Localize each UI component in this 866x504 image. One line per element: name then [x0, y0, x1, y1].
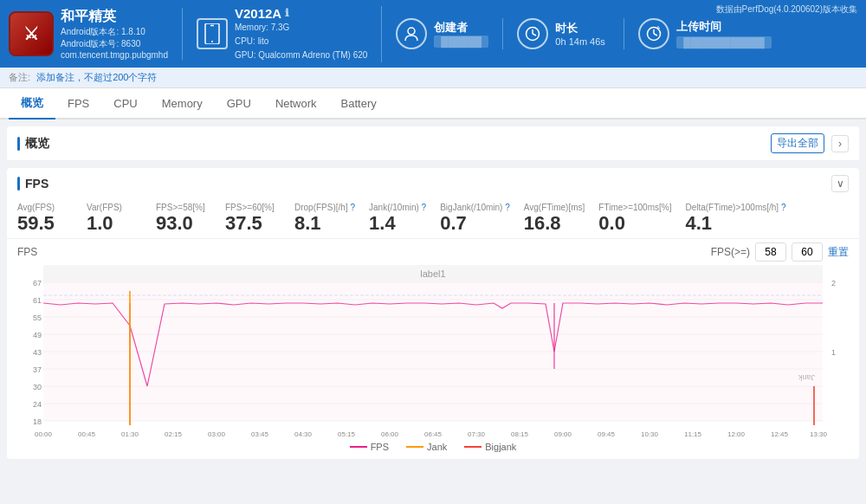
stat-delta-ftime-label: Delta(FTime)>100ms[/h] ? [685, 203, 785, 212]
svg-line-9 [654, 34, 657, 36]
reset-button[interactable]: 重置 [828, 245, 849, 260]
stat-var-fps-value: 1.0 [87, 212, 113, 235]
stat-avg-ftime: Avg(FTime)[ms] 16.8 [524, 203, 599, 235]
svg-text:06:45: 06:45 [424, 430, 443, 438]
svg-text:13:30: 13:30 [810, 430, 828, 438]
overview-collapse-button[interactable]: › [831, 135, 849, 152]
stat-delta-ftime-value: 4.1 [685, 212, 712, 235]
app-icon-text: ⚔ [23, 23, 39, 44]
overview-title: 概览 [17, 136, 49, 152]
legend-jank: Jank [406, 442, 447, 452]
chart-controls-right: FPS(>=) 重置 [711, 242, 849, 262]
legend-bigjank: Bigjank [464, 442, 516, 452]
delta-ftime-help-icon: ? [781, 203, 786, 212]
fps-collapse-button[interactable]: ∨ [831, 175, 849, 192]
bigjank-legend-line [464, 446, 481, 448]
svg-text:03:45: 03:45 [251, 430, 269, 438]
stat-delta-ftime: Delta(FTime)>100ms[/h] ? 4.1 [685, 203, 799, 235]
creator-icon [396, 18, 427, 49]
bigjank-help-icon: ? [505, 203, 510, 212]
svg-text:09:00: 09:00 [554, 430, 572, 438]
svg-text:37: 37 [33, 365, 42, 374]
creator-section: 创建者 ██████ [382, 18, 503, 49]
svg-text:24: 24 [33, 400, 42, 409]
svg-text:12:45: 12:45 [771, 430, 789, 438]
fps-chart-svg: label1 [17, 265, 849, 438]
note-label: 备注: [9, 72, 30, 82]
bigjank-legend-label: Bigjank [485, 442, 516, 452]
device-text: V2012A ℹ Memory: 7.3G CPU: lito GPU: Qua… [235, 6, 367, 62]
upload-label: 上传时间 [676, 19, 772, 35]
svg-text:label1: label1 [420, 268, 445, 279]
jank-help-icon: ? [422, 203, 427, 212]
tab-memory[interactable]: Memory [150, 90, 215, 119]
svg-text:10:30: 10:30 [641, 430, 659, 438]
duration-section: 时长 0h 14m 46s [503, 18, 624, 49]
stat-bigjank: BigJank(/10min) ? 0.7 [440, 203, 524, 235]
legend-fps: FPS [350, 442, 389, 452]
fps-header: FPS ∨ [7, 168, 859, 196]
svg-text:06:00: 06:00 [381, 430, 399, 438]
tab-battery[interactable]: Battery [329, 90, 389, 119]
fps-gte-label: FPS(>=) [711, 246, 750, 258]
tab-network[interactable]: Network [263, 90, 329, 119]
stat-var-fps: Var(FPS) 1.0 [87, 203, 156, 235]
svg-point-3 [408, 28, 415, 35]
info-icon: ℹ [285, 7, 289, 19]
nav-tabs: 概览 FPS CPU Memory GPU Network Battery [0, 88, 866, 120]
svg-text:05:15: 05:15 [338, 430, 356, 438]
svg-text:00:45: 00:45 [78, 430, 96, 438]
upload-icon [638, 18, 669, 49]
duration-icon [517, 18, 548, 49]
fps-threshold-2-input[interactable] [792, 242, 823, 262]
chart-fps-label: FPS [17, 246, 37, 258]
stat-ftime-100-label: FTime>=100ms[%] [598, 203, 671, 212]
drop-fps-help-icon: ? [350, 203, 355, 212]
svg-text:30: 30 [33, 383, 42, 391]
upload-clock-icon [646, 26, 662, 42]
stat-fps-60-label: FPS>=60[%] [225, 203, 275, 212]
device-name: V2012A ℹ [235, 6, 367, 21]
fps-card: FPS ∨ Avg(FPS) 59.5 Var(FPS) 1.0 FPS>=58… [7, 168, 859, 459]
note-placeholder[interactable]: 添加备注，不超过200个字符 [36, 72, 157, 82]
stat-jank: Jank(/10min) ? 1.4 [369, 203, 440, 235]
stat-fps-58-label: FPS>=58[%] [156, 203, 205, 212]
stat-ftime-100-value: 0.0 [598, 212, 625, 235]
stat-fps-58-value: 93.0 [156, 212, 193, 235]
duration-value: 0h 14m 46s [555, 36, 604, 47]
stat-ftime-100: FTime>=100ms[%] 0.0 [598, 203, 685, 235]
person-icon [404, 26, 419, 42]
svg-text:12:00: 12:00 [727, 430, 746, 438]
tab-fps[interactable]: FPS [55, 90, 101, 119]
svg-text:61: 61 [33, 296, 42, 305]
svg-text:02:15: 02:15 [165, 430, 183, 438]
fps-title: FPS [17, 177, 48, 191]
svg-line-6 [533, 34, 536, 36]
stat-var-fps-label: Var(FPS) [87, 203, 122, 212]
overview-header: 概览 导出全部 › [7, 126, 859, 161]
tab-gpu[interactable]: GPU [215, 90, 263, 119]
app-name: 和平精英 [61, 8, 168, 26]
stat-fps-60-value: 37.5 [225, 212, 262, 235]
fps-chart-wrapper: label1 [17, 265, 849, 438]
fps-threshold-1-input[interactable] [755, 242, 786, 262]
stat-bigjank-value: 0.7 [440, 212, 467, 235]
stat-avg-fps-label: Avg(FPS) [17, 203, 55, 212]
stat-drop-fps: Drop(FPS)[/h] ? 8.1 [294, 203, 369, 235]
chart-controls: FPS FPS(>=) 重置 [17, 242, 849, 262]
app-version2: Android版本号: 8630 [61, 38, 168, 50]
export-all-button[interactable]: 导出全部 [771, 133, 824, 153]
phone-icon [204, 23, 221, 44]
svg-text:55: 55 [33, 313, 42, 322]
tab-cpu[interactable]: CPU [101, 90, 149, 119]
fps-stats-row: Avg(FPS) 59.5 Var(FPS) 1.0 FPS>=58[%] 93… [7, 196, 859, 239]
app-icon: ⚔ [9, 11, 54, 56]
app-version1: Android版本名: 1.8.10 [61, 26, 168, 38]
svg-text:11:15: 11:15 [684, 430, 702, 438]
stat-jank-label: Jank(/10min) ? [369, 203, 426, 212]
svg-text:00:00: 00:00 [35, 430, 53, 438]
overview-card: 概览 导出全部 › [7, 126, 859, 161]
svg-text:2: 2 [831, 279, 836, 288]
tab-overview[interactable]: 概览 [9, 88, 55, 120]
svg-text:43: 43 [33, 348, 42, 357]
